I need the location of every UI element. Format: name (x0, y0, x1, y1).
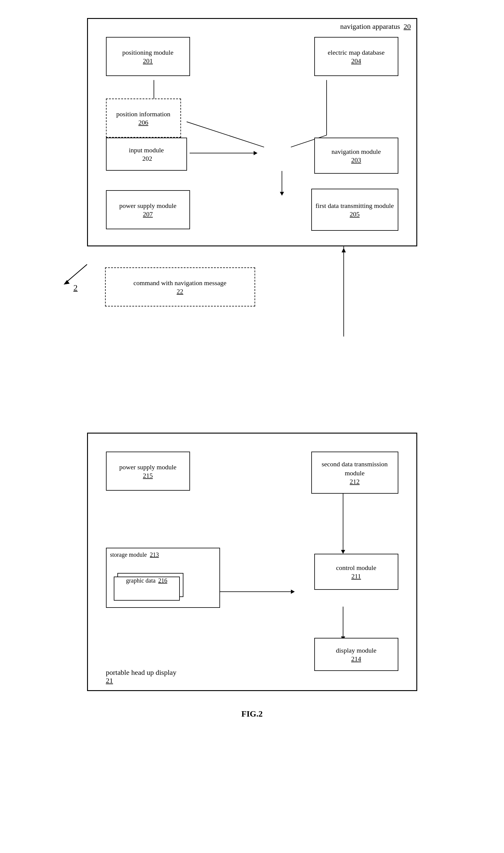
nav-apparatus-label: navigation apparatus 20 (340, 22, 411, 31)
graphic-data-box: graphic data 216 (114, 577, 180, 600)
label-2-area: 2 (57, 258, 93, 290)
control-module-box: control module 211 (314, 554, 398, 590)
navigation-module-box: navigation module 203 (314, 138, 398, 174)
svg-marker-9 (342, 248, 346, 253)
positioning-module-box: positioning module 201 (106, 37, 190, 76)
display-module-box: display module 214 (314, 638, 398, 671)
svg-marker-15 (291, 590, 295, 594)
input-module-box: input module 202 (106, 138, 187, 171)
hud-device-label: portable head up display 21 (106, 668, 177, 685)
second-data-transmission-module-box: second data transmission module 212 (311, 452, 398, 494)
svg-marker-13 (341, 550, 345, 554)
svg-line-1 (186, 122, 264, 147)
first-data-transmitting-module-box: first data transmitting module 205 (311, 189, 398, 231)
diagram-container: navigation apparatus 20 (72, 18, 432, 719)
svg-line-10 (66, 264, 87, 282)
connector-area: command with navigation message 22 2 (87, 246, 417, 336)
svg-marker-11 (64, 280, 70, 284)
storage-module-box: storage module 213 graphic data 216 (106, 548, 220, 608)
figure-caption: FIG.2 (241, 709, 263, 719)
power-supply-module-215-box: power supply module 215 (106, 452, 190, 491)
hud-device-container: portable head up display 21 power supply… (87, 433, 417, 691)
svg-marker-5 (253, 151, 257, 155)
command-navigation-message-box: command with navigation message 22 (105, 267, 255, 307)
label-2: 2 (74, 283, 78, 293)
electric-map-database-box: electric map database 204 (314, 37, 398, 76)
svg-marker-7 (280, 192, 284, 196)
storage-module-label: storage module 213 (110, 551, 159, 558)
nav-apparatus-container: navigation apparatus 20 (87, 18, 417, 246)
power-supply-module-207-box: power supply module 207 (106, 190, 190, 229)
position-information-box: position information 206 (106, 99, 181, 138)
